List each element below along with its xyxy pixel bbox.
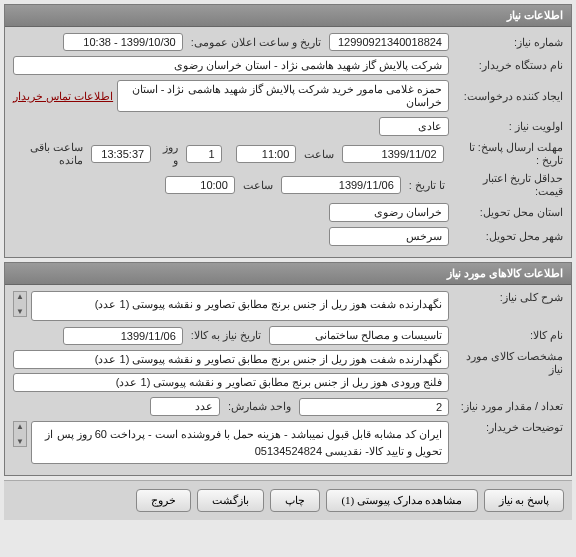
- specs-line2: فلنج ورودی هوز ریل از جنس برنج مطابق تصا…: [13, 373, 449, 392]
- unit-label: واحد شمارش:: [224, 400, 295, 413]
- credit-to-label: تا تاریخ :: [405, 179, 449, 192]
- delivery-city-field: سرخس: [329, 227, 449, 246]
- days-left-field: 1: [186, 145, 221, 163]
- specs-label: مشخصات کالای مورد نیاز: [453, 350, 563, 376]
- need-info-panel: اطلاعات نیاز شماره نیاز: 129909213400188…: [4, 4, 572, 258]
- hours-left-field: 13:35:37: [91, 145, 151, 163]
- print-button[interactable]: چاپ: [270, 489, 320, 512]
- requester-field: حمزه غلامی مامور خرید شرکت پالایش گاز شه…: [117, 80, 449, 112]
- specs-line1: نگهدارنده شفت هوز ریل از جنس برنج مطابق …: [13, 350, 449, 369]
- general-desc-label: شرح کلی نیاز:: [453, 291, 563, 304]
- goods-info-panel: اطلاعات کالاهای مورد نیاز شرح کلی نیاز: …: [4, 262, 572, 476]
- credit-label: حداقل تاریخ اعتبار قیمت:: [453, 172, 563, 198]
- qty-field: 2: [299, 398, 449, 416]
- deadline-date-field: 1399/11/02: [342, 145, 443, 163]
- delivery-province-field: خراسان رضوی: [329, 203, 449, 222]
- buyer-org-field: شرکت پالایش گاز شهید هاشمی نژاد - استان …: [13, 56, 449, 75]
- credit-time-field: 10:00: [165, 176, 235, 194]
- announce-label: تاریخ و ساعت اعلان عمومی:: [187, 36, 325, 49]
- goods-info-body: شرح کلی نیاز: نگهدارنده شفت هوز ریل از ج…: [5, 285, 571, 475]
- need-info-header: اطلاعات نیاز: [5, 5, 571, 27]
- goods-date-field: 1399/11/06: [63, 327, 183, 345]
- requester-label: ایجاد کننده درخواست:: [453, 90, 563, 103]
- buyer-notes-field: ایران کد مشابه قابل قبول نمیباشد - هزینه…: [31, 421, 449, 464]
- goods-name-field: تاسیسات و مصالح ساختمانی: [269, 326, 449, 345]
- priority-label: اولویت نیاز :: [453, 120, 563, 133]
- goods-date-label: تاریخ نیاز به کالا:: [187, 329, 265, 342]
- view-attachments-button[interactable]: مشاهده مدارک پیوستی (1): [326, 489, 477, 512]
- credit-date-field: 1399/11/06: [281, 176, 401, 194]
- goods-name-label: نام کالا:: [453, 329, 563, 342]
- deadline-label: مهلت ارسال پاسخ: تا تاریخ :: [448, 141, 563, 167]
- hours-left-label: ساعت باقی مانده: [13, 141, 87, 167]
- qty-label: تعداد / مقدار مورد نیاز:: [453, 400, 563, 413]
- deadline-time-field: 11:00: [236, 145, 296, 163]
- priority-field: عادی: [379, 117, 449, 136]
- delivery-city-label: شهر محل تحویل:: [453, 230, 563, 243]
- deadline-time-label: ساعت: [300, 148, 338, 161]
- scroll-icon[interactable]: ▲▼: [13, 291, 27, 317]
- days-left-label: روز و: [155, 141, 182, 167]
- scroll-icon-2[interactable]: ▲▼: [13, 421, 27, 447]
- need-number-label: شماره نیاز:: [453, 36, 563, 49]
- announce-field: 1399/10/30 - 10:38: [63, 33, 183, 51]
- button-bar: پاسخ به نیاز مشاهده مدارک پیوستی (1) چاپ…: [4, 480, 572, 520]
- credit-time-label: ساعت: [239, 179, 277, 192]
- unit-field: عدد: [150, 397, 220, 416]
- contact-link[interactable]: اطلاعات تماس خریدار: [13, 90, 113, 103]
- exit-button[interactable]: خروج: [136, 489, 191, 512]
- buyer-notes-label: توضیحات خریدار:: [453, 421, 563, 434]
- delivery-province-label: استان محل تحویل:: [453, 206, 563, 219]
- goods-info-header: اطلاعات کالاهای مورد نیاز: [5, 263, 571, 285]
- buyer-org-label: نام دستگاه خریدار:: [453, 59, 563, 72]
- need-info-body: شماره نیاز: 12990921340018824 تاریخ و سا…: [5, 27, 571, 257]
- general-desc-field: نگهدارنده شفت هوز ریل از جنس برنج مطابق …: [31, 291, 449, 321]
- respond-button[interactable]: پاسخ به نیاز: [484, 489, 565, 512]
- back-button[interactable]: بازگشت: [197, 489, 264, 512]
- need-number-field: 12990921340018824: [329, 33, 449, 51]
